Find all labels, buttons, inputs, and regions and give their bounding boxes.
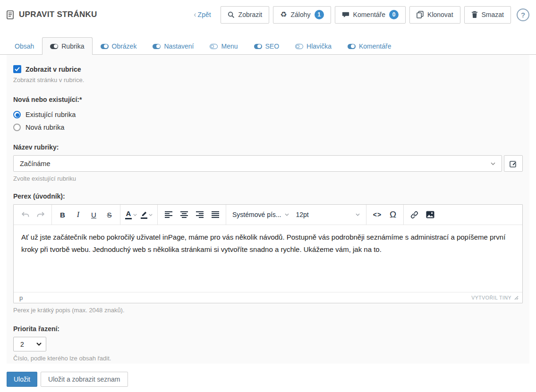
toggle-on-icon xyxy=(348,44,356,49)
tab-obsah[interactable]: Obsah xyxy=(7,37,42,55)
show-in-category-checkbox-row[interactable]: Zobrazit v rubrice xyxy=(13,65,523,73)
page-header: UPRAVIT STRÁNKU ‹ Zpět Zobrazit ♻ Zálohy… xyxy=(0,0,536,29)
tab-menu[interactable]: Menu xyxy=(202,37,246,55)
chevron-down-icon xyxy=(356,213,360,216)
document-icon xyxy=(7,10,15,19)
toggle-on-icon xyxy=(254,44,262,49)
text-color-button[interactable]: A xyxy=(124,208,138,222)
align-right-button[interactable] xyxy=(192,208,207,222)
tab-seo[interactable]: SEO xyxy=(246,37,288,55)
recycle-icon: ♻ xyxy=(280,11,287,18)
tab-komentare[interactable]: Komentáře xyxy=(340,37,399,55)
tab-nastaveni[interactable]: Nastavení xyxy=(145,37,202,55)
category-name-label: Název rubriky: xyxy=(13,143,523,151)
priority-help: Číslo, podle kterého lze obsah řadit. xyxy=(13,355,523,362)
toggle-off-icon xyxy=(210,44,218,49)
tab-rubrika[interactable]: Rubrika xyxy=(42,37,92,55)
delete-button[interactable]: Smazat xyxy=(464,6,511,24)
font-family-select[interactable]: Systémové pís... xyxy=(230,208,292,222)
comment-icon xyxy=(342,11,349,18)
tab-bar: Obsah Rubrika Obrázek Nastavení Menu SEO… xyxy=(0,29,536,55)
radio-selected-icon[interactable] xyxy=(13,111,21,118)
category-name-select[interactable]: Začínáme xyxy=(13,155,502,172)
toggle-on-icon xyxy=(101,44,109,49)
show-in-category-label: Zobrazit v rubrice xyxy=(26,66,81,73)
save-and-list-button[interactable]: Uložit a zobrazit seznam xyxy=(41,372,128,387)
align-justify-button[interactable] xyxy=(208,208,222,222)
chevron-down-icon xyxy=(149,214,153,216)
resize-handle[interactable] xyxy=(514,296,519,300)
chevron-down-icon xyxy=(285,213,289,216)
category-name-help: Zvolte existující rubriku xyxy=(13,175,523,182)
search-icon xyxy=(228,11,235,18)
help-button[interactable]: ? xyxy=(517,8,529,21)
chevron-down-icon xyxy=(133,214,137,216)
strikethrough-button[interactable]: S xyxy=(102,208,117,222)
text-color-swatch xyxy=(125,218,132,219)
comments-count-badge: 0 xyxy=(389,10,399,19)
radio-unselected-icon[interactable] xyxy=(13,124,21,131)
bold-button[interactable]: B xyxy=(55,208,70,222)
tab-hlavicka[interactable]: Hlavička xyxy=(287,37,340,55)
highlight-color-button[interactable] xyxy=(139,208,154,222)
perex-help: Perex je krátký popis (max. 2048 znaků). xyxy=(13,307,523,314)
perex-label: Perex (úvodník): xyxy=(13,192,523,200)
highlight-color-swatch xyxy=(141,217,147,219)
element-path[interactable]: p xyxy=(17,294,25,301)
editor-content-area[interactable]: Ať už jste začátečník nebo pokročilý uži… xyxy=(14,225,522,292)
view-button[interactable]: Zobrazit xyxy=(221,6,270,24)
toggle-on-icon xyxy=(50,44,58,49)
header-actions: ‹ Zpět Zobrazit ♻ Zálohy 1 Komentáře 0 xyxy=(194,6,529,24)
tiny-brand-link[interactable]: VYTVOŘIL TINY xyxy=(471,295,511,300)
align-left-button[interactable] xyxy=(161,208,176,222)
edit-page-screen: UPRAVIT STRÁNKU ‹ Zpět Zobrazit ♻ Zálohy… xyxy=(0,0,536,392)
clone-button[interactable]: Klonovat xyxy=(409,6,460,24)
edit-icon xyxy=(510,160,517,167)
chevron-left-icon: ‹ xyxy=(194,11,196,18)
italic-button[interactable]: I xyxy=(71,208,85,222)
underline-button[interactable]: U xyxy=(86,208,101,222)
page-title: UPRAVIT STRÁNKU xyxy=(19,10,97,19)
priority-label: Priorita řazení: xyxy=(13,325,523,333)
highlighter-icon xyxy=(141,211,147,217)
clone-icon xyxy=(417,11,424,18)
chevron-down-icon xyxy=(491,162,495,165)
checkbox-checked-icon[interactable] xyxy=(13,65,21,73)
page-title-wrap: UPRAVIT STRÁNKU xyxy=(7,10,97,19)
link-button[interactable] xyxy=(407,208,422,222)
radio-new-category[interactable]: Nová rubrika xyxy=(13,124,523,131)
insert-image-button[interactable] xyxy=(423,208,437,222)
show-in-category-help: Zobrazit stránku v rubrice. xyxy=(13,76,523,83)
special-character-button[interactable]: Ω xyxy=(385,208,400,222)
new-or-existing-label: Nová nebo existující:* xyxy=(13,96,523,103)
redo-button[interactable] xyxy=(34,208,48,222)
back-link[interactable]: ‹ Zpět xyxy=(194,11,211,18)
tab-obrazek[interactable]: Obrázek xyxy=(93,37,145,55)
priority-select[interactable]: 2 xyxy=(13,337,46,351)
perex-paragraph: Ať už jste začátečník nebo pokročilý uži… xyxy=(21,231,515,255)
source-code-button[interactable]: <> xyxy=(370,208,384,222)
toggle-off-icon xyxy=(295,44,303,49)
save-button[interactable]: Uložit xyxy=(7,372,37,387)
backups-count-badge: 1 xyxy=(315,10,324,19)
backups-button[interactable]: ♻ Zálohy 1 xyxy=(273,6,331,24)
edit-category-button[interactable] xyxy=(504,155,523,172)
radio-existing-category[interactable]: Existující rubrika xyxy=(13,111,523,118)
toggle-on-icon xyxy=(153,44,161,49)
tab-content-panel: Zobrazit v rubrice Zobrazit stránku v ru… xyxy=(7,55,529,364)
undo-button[interactable] xyxy=(18,208,33,222)
editor-toolbar: B I U S A xyxy=(14,205,522,225)
font-size-select[interactable]: 12pt xyxy=(293,208,363,222)
form-footer: Uložit Uložit a zobrazit seznam xyxy=(0,364,536,387)
trash-icon xyxy=(471,11,478,18)
editor-status-bar: p VYTVOŘIL TINY xyxy=(14,292,522,303)
comments-button[interactable]: Komentáře 0 xyxy=(335,6,406,24)
align-center-button[interactable] xyxy=(177,208,191,222)
back-label: Zpět xyxy=(198,11,211,18)
rich-text-editor: B I U S A xyxy=(13,204,523,303)
chevron-down-icon xyxy=(36,342,42,346)
